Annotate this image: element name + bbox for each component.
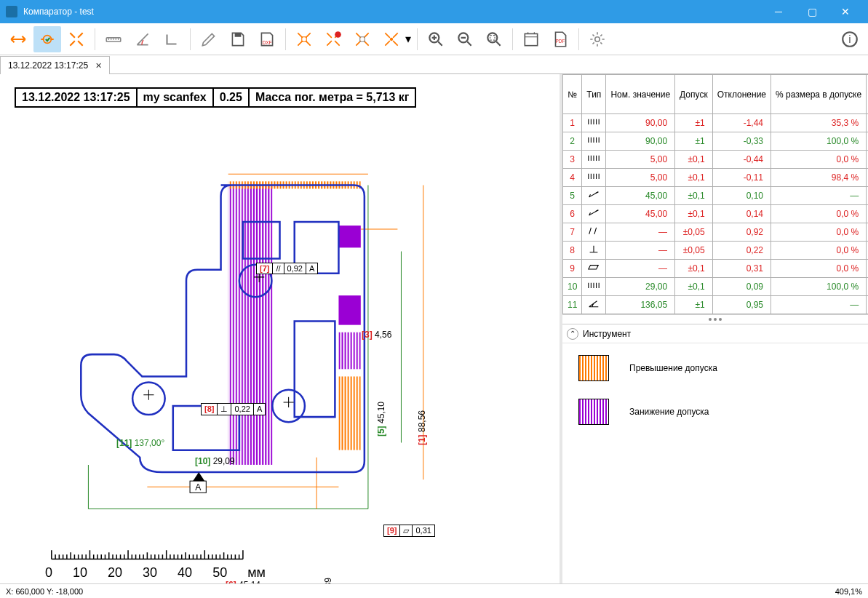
table-row[interactable]: 45,00±0,1-0,1198,4 % (563, 169, 869, 187)
toolbar: DXF ▾ PDF i (0, 23, 868, 55)
minimize-button[interactable]: ─ (762, 0, 795, 23)
table-row[interactable]: 7—±0,050,920,0 % (563, 223, 869, 242)
svg-rect-28 (338, 332, 360, 370)
panel-title: Инструмент (583, 329, 631, 339)
mark-3-button[interactable] (349, 26, 376, 52)
table-row[interactable]: 545,00±0,10,10— (563, 187, 869, 205)
zoom-fit-button[interactable] (480, 26, 508, 52)
table-row[interactable]: 190,00±1-1,4435,3 % (563, 114, 869, 132)
status-coords: X: 660,000 Y: -18,000 (6, 587, 83, 596)
scale-tick-label: 0 (45, 565, 52, 581)
scale-unit: мм (247, 565, 266, 581)
svg-rect-2 (235, 33, 242, 36)
table-row[interactable]: 35,00±0,1-0,440,0 % (563, 151, 869, 169)
tab-label: 13.12.2022 13:17:25 (8, 60, 88, 71)
dimension-label: [4] 4,89 (313, 578, 333, 583)
svg-point-9 (487, 33, 497, 42)
col-dev: Отклонение (712, 75, 771, 114)
square-button[interactable] (158, 26, 186, 52)
type-icon (587, 263, 600, 273)
type-icon (587, 299, 600, 309)
scale-tick-label: 30 (143, 565, 157, 581)
scale-tick-label: 20 (108, 565, 122, 581)
datum-label: A (195, 482, 202, 493)
pdf-button[interactable]: PDF (546, 26, 574, 52)
window-title: Компаратор - test (23, 7, 94, 17)
status-zoom: 409,1% (835, 587, 862, 596)
col-tol: Допуск (675, 75, 713, 114)
zoom-in-button[interactable] (422, 26, 450, 52)
drawing-canvas[interactable]: A [7]//0,92A[3] 4,56[8]⊥0,22A[5] 45,10[1… (0, 111, 560, 583)
fit-all-button[interactable] (63, 26, 90, 52)
type-icon (587, 135, 600, 145)
table-row[interactable]: 11136,05±10,95— (563, 296, 869, 314)
svg-point-13 (595, 36, 600, 41)
header-tol: 0.25 (214, 87, 250, 108)
dimension-label: [3] 4,56 (362, 330, 391, 340)
maximize-button[interactable]: ▢ (795, 0, 829, 23)
tolerance-callout[interactable]: [7]//0,92A (256, 263, 318, 274)
scale-tick-label: 10 (73, 565, 87, 581)
tolerance-callout[interactable]: [9]▱0,31 (383, 525, 435, 537)
type-icon (587, 281, 600, 291)
dimension-label: [5] 45,10 (376, 402, 386, 436)
dimension-label: [1] 88,56 (417, 410, 427, 445)
svg-rect-29 (338, 376, 360, 450)
table-row[interactable]: 1029,00±0,10,09100,0 % (563, 278, 869, 296)
calendar-button[interactable] (517, 26, 545, 52)
table-row[interactable]: 8—±0,050,220,0 % (563, 242, 869, 260)
table-row[interactable]: 645,00±0,10,140,0 % (563, 205, 869, 223)
svg-rect-10 (490, 35, 495, 40)
ruler-button[interactable] (100, 26, 127, 52)
svg-rect-27 (338, 295, 360, 324)
document-tab[interactable]: 13.12.2022 13:17:25 ✕ (0, 56, 110, 74)
measurement-table[interactable]: № Тип Ном. значение Допуск Отклонение % … (562, 74, 868, 315)
col-nom: Ном. значение (606, 75, 675, 114)
col-pct: % размера в допуске (771, 75, 867, 114)
save-button[interactable] (224, 26, 252, 52)
type-icon (587, 154, 600, 164)
legend-over-swatch (578, 355, 609, 381)
svg-text:PDF: PDF (556, 39, 565, 44)
extent-x-button[interactable] (4, 26, 32, 52)
titlebar: Компаратор - test ─ ▢ ✕ (0, 0, 868, 23)
type-icon (587, 208, 600, 218)
mark-1-button[interactable] (290, 26, 318, 52)
panel-collapse-icon[interactable]: ⌃ (567, 328, 578, 340)
scale-tick-label: 50 (212, 565, 227, 581)
legend-under-label: Занижение допуска (629, 407, 709, 417)
type-icon (587, 226, 600, 236)
col-no: № (563, 75, 582, 114)
header-date: 13.12.2022 13:17:25 (15, 87, 138, 108)
instrument-panel: ⌃ Инструмент Превышение допуска Занижени… (562, 324, 868, 436)
mark-4-button[interactable] (378, 26, 405, 52)
tolerance-callout[interactable]: [8]⊥0,22A (201, 403, 266, 415)
panel-splitter[interactable] (562, 315, 868, 324)
type-icon (587, 244, 600, 255)
header-name: my scanfex (138, 87, 214, 108)
table-row[interactable]: 290,00±1-0,33100,0 % (563, 132, 869, 151)
drawing-info-header: 13.12.2022 13:17:25 my scanfex 0.25 Масс… (15, 87, 551, 108)
mark-2-button[interactable] (319, 26, 347, 52)
svg-point-0 (44, 35, 52, 43)
legend-over-label: Превышение допуска (629, 363, 717, 373)
table-row[interactable]: 9—±0,10,310,0 % (563, 260, 869, 278)
pencil-button[interactable] (195, 26, 223, 52)
legend-under-swatch (578, 399, 609, 425)
header-mass: Масса пог. метра = 5,713 кг (250, 87, 417, 108)
dimension-label: [11] 137,00° (116, 438, 164, 448)
measure-check-button[interactable] (33, 26, 61, 52)
tab-close-icon[interactable]: ✕ (95, 61, 102, 71)
svg-text:i: i (848, 33, 851, 45)
app-icon (6, 6, 17, 17)
scale-tick-label: 40 (178, 565, 192, 581)
settings-button[interactable] (584, 26, 611, 52)
info-button[interactable]: i (836, 26, 864, 52)
zoom-out-button[interactable] (451, 26, 479, 52)
angle-button[interactable] (129, 26, 156, 52)
mark-dropdown[interactable]: ▾ (404, 32, 413, 46)
close-button[interactable]: ✕ (829, 0, 862, 23)
save-dxf-button[interactable]: DXF (253, 26, 281, 52)
svg-rect-26 (338, 226, 360, 247)
type-icon (587, 172, 600, 182)
